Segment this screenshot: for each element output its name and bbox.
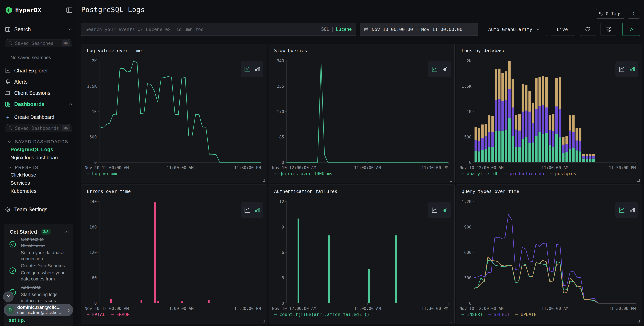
legend-item[interactable]: — Log volume (87, 171, 118, 176)
sidebar-item-dashboards[interactable]: Dashboards (0, 100, 77, 109)
sidebar-item-search[interactable]: Search (0, 25, 77, 34)
resize-handle[interactable] (263, 320, 265, 322)
sidebar-item-services[interactable]: Services (10, 180, 30, 186)
resize-handle[interactable] (263, 179, 265, 182)
legend-item[interactable]: — countIf(like(arr..ation failed%')) (274, 312, 370, 317)
sidebar-item-team-settings[interactable]: Team Settings (0, 205, 77, 214)
panel-title: Authentication failures (274, 189, 338, 194)
resize-handle[interactable] (638, 179, 640, 182)
dashboards-icon (5, 101, 11, 107)
svg-text:Nov 10 12:00:00 AM: Nov 10 12:00:00 AM (460, 165, 504, 170)
refresh-button[interactable] (580, 23, 595, 36)
resize-handle[interactable] (450, 179, 452, 182)
saved-searches-input[interactable]: Saved Searches ⌘K (5, 39, 72, 47)
chart-logs-by-database[interactable]: 05001K1.5K2KNov 10 12:00:00 AM11:00:00 A… (460, 59, 637, 170)
svg-text:300: 300 (464, 275, 472, 280)
chart-errors-over-time[interactable]: 060120180240Nov 10 12:00:00 AM11:00:00 A… (85, 200, 262, 311)
language-toggle-sql[interactable]: SQL (321, 27, 329, 32)
help-button[interactable]: ? (3, 291, 14, 302)
check-circle-icon (9, 267, 16, 274)
svg-text:Nov 10 12:00:00 AM: Nov 10 12:00:00 AM (460, 306, 504, 311)
sidebar-item-clickhouse[interactable]: ClickHouse (10, 172, 36, 178)
panel-menu-button[interactable]: ⋮ (628, 9, 640, 19)
chart-log-volume[interactable]: 05001K1.5K2KNov 10 12:00:00 AM11:00:00 A… (85, 59, 262, 170)
step-desc: Set up your database connection (21, 250, 68, 262)
section-title: PRESETS (15, 165, 38, 170)
live-button[interactable]: Live (551, 23, 574, 36)
language-toggle-divider: | (331, 27, 334, 32)
svg-text:500: 500 (464, 135, 472, 139)
svg-text:900: 900 (464, 225, 472, 229)
step-title: Add Data (21, 284, 68, 290)
presets-section-header[interactable]: PRESETS (8, 165, 38, 170)
svg-text:11:00:00 AM: 11:00:00 AM (354, 165, 381, 170)
sidebar-item-postgresql-logs[interactable]: PostgreSQL Logs (10, 147, 53, 152)
event-search-input[interactable]: Search your events w/ Lucene ex. column:… (81, 23, 356, 36)
svg-text:9: 9 (282, 225, 284, 229)
legend-item[interactable]: — Queries over 1000 ms (274, 171, 332, 176)
chart-legend: — INSERT— SELECT— UPDATE (462, 312, 536, 317)
svg-text:11:30:00 PM: 11:30:00 PM (609, 306, 636, 311)
svg-text:0: 0 (94, 160, 97, 165)
hyperdx-logo-icon (5, 6, 12, 14)
sidebar-item-nginx-logs-dashboard[interactable]: Nginx logs dashboard (10, 155, 60, 160)
legend-item[interactable]: — ERROR (111, 312, 130, 317)
sidebar-collapse-icon[interactable] (66, 7, 73, 14)
sidebar-item-chart-explorer[interactable]: Chart Explorer (0, 66, 77, 76)
chevron-down-icon (8, 141, 12, 143)
user-account-button[interactable]: D dominic.tran@clic... dominic.tran@clic… (4, 304, 73, 316)
chart-authentication-failures[interactable]: 036912Nov 10 12:00:00 AM11:00:00 AM11:30… (272, 200, 450, 311)
chart-query-types[interactable]: 03006009001.2KNov 10 12:00:00 AM11:00:00… (460, 200, 637, 311)
chevron-up-icon[interactable] (64, 230, 69, 233)
chart-legend: — FATAL— ERROR (87, 312, 130, 317)
panel-logs-by-database: Logs by database 05001K1.5K2KNov 10 12:0… (456, 44, 642, 183)
sidebar-item-label: Team Settings (14, 206, 47, 213)
panel-query-types: Query types over time 03006009001.2KNov … (456, 184, 642, 324)
language-toggle-lucene[interactable]: Lucene (336, 27, 352, 32)
svg-text:Nov 10 12:00:00 AM: Nov 10 12:00:00 AM (272, 306, 316, 311)
filter-button[interactable] (600, 23, 616, 36)
live-label: Live (557, 27, 568, 32)
sidebar-item-label: Alerts (14, 79, 28, 85)
saved-dashboards-section-header[interactable]: SAVED DASHBOARDS (8, 139, 68, 144)
resize-handle[interactable] (450, 320, 452, 322)
legend-item[interactable]: — INSERT (462, 312, 483, 317)
granularity-dropdown[interactable]: Auto Granularity (482, 23, 547, 36)
chevron-up-icon (68, 28, 72, 31)
chevron-right-icon: › (68, 307, 70, 313)
divider (0, 36, 77, 36)
saved-dashboards-placeholder: Saved Dashboards (15, 126, 59, 131)
resize-handle[interactable] (638, 320, 640, 322)
chart-slow-queries[interactable]: 085170255340Nov 10 12:00:00 AM11:00:00 A… (272, 59, 450, 170)
legend-item[interactable]: — SELECT (488, 312, 510, 317)
legend-item[interactable]: — postgres (550, 171, 576, 176)
svg-text:1.2K: 1.2K (462, 200, 472, 204)
brand-name: HyperDX (15, 7, 42, 14)
panel-log-volume: Log volume over time 05001K1.5K2KNov 10 … (81, 44, 267, 183)
date-range-input[interactable]: Nov 10 00:00:00 - Nov 11 00:00:00 (360, 23, 478, 36)
svg-text:85: 85 (279, 135, 284, 139)
legend-item[interactable]: — UPDATE (515, 312, 536, 317)
get-started-step-connect[interactable]: Connect to ClickHouse Set up your databa… (9, 236, 70, 262)
step-title: Connect to ClickHouse (21, 236, 68, 249)
svg-text:180: 180 (90, 225, 97, 229)
sidebar-item-alerts[interactable]: Alerts (0, 77, 77, 87)
sidebar-item-client-sessions[interactable]: Client Sessions (0, 88, 77, 98)
get-started-step-sources[interactable]: Create Data Sources Configure where your… (9, 262, 70, 282)
saved-dashboards-input[interactable]: Saved Dashboards ⌘K (5, 124, 72, 132)
user-name: dominic.tran@clic... (17, 305, 61, 310)
legend-item[interactable]: — analytics_db (462, 171, 498, 176)
date-range-value: Nov 10 00:00:00 - Nov 11 00:00:00 (372, 27, 462, 32)
tags-button[interactable]: 0 Tags (596, 9, 625, 19)
create-dashboard-button[interactable]: + Create Dashboard (0, 113, 77, 121)
svg-text:11:00:00 AM: 11:00:00 AM (167, 306, 194, 311)
legend-item[interactable]: — FATAL (87, 312, 105, 317)
get-started-step-add-data[interactable]: Add Data Start sending logs, metrics, or… (9, 284, 70, 304)
legend-item[interactable]: — production_db (504, 171, 544, 176)
chart-legend: — countIf(like(arr..ation failed%')) (274, 312, 370, 317)
sidebar-item-kubernetes[interactable]: Kubernetes (10, 188, 36, 194)
run-query-button[interactable] (622, 23, 640, 36)
no-saved-searches-text: No saved searches (10, 55, 51, 60)
svg-text:340: 340 (277, 59, 284, 63)
chart-legend: — Queries over 1000 ms (274, 171, 332, 176)
